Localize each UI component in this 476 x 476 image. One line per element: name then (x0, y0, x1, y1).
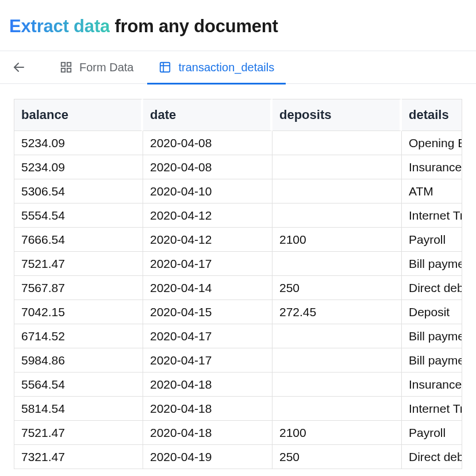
cell-date: 2020-04-18 (143, 373, 272, 397)
cell-deposits (272, 324, 402, 348)
table-row[interactable]: 5306.542020-04-10ATM (14, 179, 462, 204)
cell-details: Opening Ba (402, 131, 462, 155)
cell-date: 2020-04-14 (143, 276, 272, 300)
cell-date: 2020-04-12 (143, 204, 272, 228)
table-row[interactable]: 7521.472020-04-17Bill paymen (14, 252, 462, 276)
column-header-date[interactable]: date (143, 99, 272, 131)
transaction-table: balance date deposits details 5234.09202… (14, 99, 462, 469)
cell-deposits (272, 348, 402, 373)
cell-balance: 7521.47 (14, 252, 143, 276)
table-icon (159, 61, 171, 74)
column-header-details[interactable]: details (402, 99, 462, 131)
cell-balance: 5564.54 (14, 373, 143, 397)
cell-details: Bill paymen (402, 324, 462, 348)
cell-deposits (272, 131, 402, 155)
cell-date: 2020-04-08 (143, 131, 272, 155)
table-row[interactable]: 5234.092020-04-08Opening Ba (14, 131, 462, 155)
table-row[interactable]: 7567.872020-04-14250Direct debi (14, 276, 462, 300)
cell-deposits (272, 397, 402, 421)
cell-details: Payroll (402, 421, 462, 445)
back-button[interactable] (8, 56, 30, 78)
cell-deposits: 2100 (272, 421, 402, 445)
cell-date: 2020-04-18 (143, 421, 272, 445)
page-title-rest: from any document (110, 16, 278, 36)
table-row[interactable]: 5984.862020-04-17Bill paymen (14, 348, 462, 373)
cell-deposits: 250 (272, 445, 402, 469)
cell-date: 2020-04-08 (143, 155, 272, 179)
cell-deposits: 272.45 (272, 300, 402, 324)
tab-label: transaction_details (178, 61, 274, 74)
cell-details: ATM (402, 179, 462, 204)
tab-transaction-details[interactable]: transaction_details (147, 51, 286, 84)
cell-balance: 7521.47 (14, 421, 143, 445)
table-row[interactable]: 5554.542020-04-12Internet Tra (14, 204, 462, 228)
cell-balance: 7042.15 (14, 300, 143, 324)
page-title: Extract data from any document (9, 16, 467, 37)
table-container: balance date deposits details 5234.09202… (0, 84, 476, 469)
cell-balance: 5234.09 (14, 155, 143, 179)
cell-balance: 5984.86 (14, 348, 143, 373)
page-header: Extract data from any document (0, 0, 476, 51)
cell-details: Insurance (402, 155, 462, 179)
cell-date: 2020-04-12 (143, 228, 272, 252)
cell-date: 2020-04-19 (143, 445, 272, 469)
cell-deposits (272, 155, 402, 179)
svg-rect-1 (62, 63, 65, 66)
table-row[interactable]: 7321.472020-04-19250Direct debi (14, 445, 462, 469)
tab-label: Form Data (79, 61, 133, 74)
cell-date: 2020-04-17 (143, 252, 272, 276)
table-row[interactable]: 7521.472020-04-182100Payroll (14, 421, 462, 445)
svg-rect-2 (67, 63, 71, 66)
table-row[interactable]: 7666.542020-04-122100Payroll (14, 228, 462, 252)
cell-deposits (272, 252, 402, 276)
cell-details: Payroll (402, 228, 462, 252)
svg-rect-4 (67, 68, 71, 72)
arrow-left-icon (12, 60, 26, 74)
column-header-deposits[interactable]: deposits (272, 99, 402, 131)
table-header-row: balance date deposits details (14, 99, 462, 131)
grid-icon (60, 61, 72, 74)
cell-deposits (272, 204, 402, 228)
cell-balance: 5306.54 (14, 179, 143, 204)
cell-deposits: 250 (272, 276, 402, 300)
table-row[interactable]: 7042.152020-04-15272.45Deposit (14, 300, 462, 324)
cell-deposits (272, 179, 402, 204)
cell-date: 2020-04-18 (143, 397, 272, 421)
cell-details: Direct debi (402, 276, 462, 300)
column-header-balance[interactable]: balance (14, 99, 143, 131)
cell-details: Deposit (402, 300, 462, 324)
cell-balance: 5814.54 (14, 397, 143, 421)
cell-date: 2020-04-15 (143, 300, 272, 324)
cell-balance: 7321.47 (14, 445, 143, 469)
cell-details: Direct debi (402, 445, 462, 469)
cell-details: Bill paymen (402, 348, 462, 373)
cell-details: Internet Tra (402, 204, 462, 228)
tab-bar: Form Data transaction_details (0, 51, 476, 84)
cell-deposits: 2100 (272, 228, 402, 252)
cell-details: Internet Tra (402, 397, 462, 421)
cell-balance: 6714.52 (14, 324, 143, 348)
svg-rect-5 (160, 63, 170, 72)
cell-balance: 5234.09 (14, 131, 143, 155)
cell-balance: 7666.54 (14, 228, 143, 252)
table-row[interactable]: 5814.542020-04-18Internet Tra (14, 397, 462, 421)
cell-date: 2020-04-10 (143, 179, 272, 204)
cell-date: 2020-04-17 (143, 348, 272, 373)
cell-details: Insurance (402, 373, 462, 397)
table-row[interactable]: 5564.542020-04-18Insurance (14, 373, 462, 397)
svg-rect-3 (62, 68, 65, 72)
page-title-accent: Extract data (9, 16, 110, 36)
table-row[interactable]: 6714.522020-04-17Bill paymen (14, 324, 462, 348)
cell-details: Bill paymen (402, 252, 462, 276)
cell-deposits (272, 373, 402, 397)
cell-balance: 5554.54 (14, 204, 143, 228)
tab-form-data[interactable]: Form Data (48, 51, 145, 84)
table-row[interactable]: 5234.092020-04-08Insurance (14, 155, 462, 179)
cell-balance: 7567.87 (14, 276, 143, 300)
cell-date: 2020-04-17 (143, 324, 272, 348)
